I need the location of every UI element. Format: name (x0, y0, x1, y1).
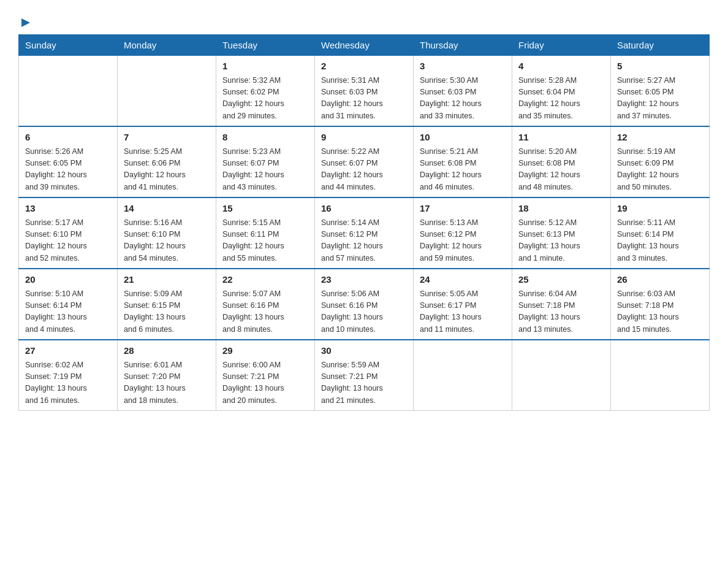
calendar-cell: 13Sunrise: 5:17 AM Sunset: 6:10 PM Dayli… (19, 197, 118, 269)
calendar-cell: 4Sunrise: 5:28 AM Sunset: 6:04 PM Daylig… (512, 56, 611, 127)
calendar-cell: 22Sunrise: 5:07 AM Sunset: 6:16 PM Dayli… (216, 269, 315, 340)
day-number: 29 (222, 344, 308, 358)
calendar-cell: 2Sunrise: 5:31 AM Sunset: 6:03 PM Daylig… (315, 56, 414, 127)
day-number: 13 (25, 202, 111, 216)
day-number: 5 (617, 59, 703, 74)
day-number: 11 (518, 131, 604, 145)
day-info: Sunrise: 5:27 AM Sunset: 6:05 PM Dayligh… (617, 75, 703, 123)
weekday-header-thursday: Thursday (414, 35, 512, 56)
day-info: Sunrise: 5:23 AM Sunset: 6:07 PM Dayligh… (222, 146, 308, 194)
calendar-cell: 14Sunrise: 5:16 AM Sunset: 6:10 PM Dayli… (118, 197, 216, 269)
calendar-cell: 27Sunrise: 6:02 AM Sunset: 7:19 PM Dayli… (19, 340, 118, 411)
day-info: Sunrise: 5:14 AM Sunset: 6:12 PM Dayligh… (321, 217, 407, 265)
day-number: 14 (124, 202, 210, 216)
calendar-cell: 24Sunrise: 5:05 AM Sunset: 6:17 PM Dayli… (414, 269, 512, 340)
calendar-week-row: 13Sunrise: 5:17 AM Sunset: 6:10 PM Dayli… (19, 197, 710, 269)
day-number: 18 (518, 202, 604, 216)
day-number: 15 (222, 202, 308, 216)
calendar-cell: 10Sunrise: 5:21 AM Sunset: 6:08 PM Dayli… (414, 126, 512, 197)
calendar-cell: 5Sunrise: 5:27 AM Sunset: 6:05 PM Daylig… (611, 56, 710, 127)
day-number: 3 (420, 59, 506, 74)
day-info: Sunrise: 5:16 AM Sunset: 6:10 PM Dayligh… (124, 217, 210, 265)
weekday-header-friday: Friday (512, 35, 611, 56)
calendar-week-row: 27Sunrise: 6:02 AM Sunset: 7:19 PM Dayli… (19, 340, 710, 411)
weekday-header-row: SundayMondayTuesdayWednesdayThursdayFrid… (19, 35, 710, 56)
day-info: Sunrise: 5:10 AM Sunset: 6:14 PM Dayligh… (25, 288, 111, 336)
day-info: Sunrise: 6:03 AM Sunset: 7:18 PM Dayligh… (617, 288, 703, 336)
day-info: Sunrise: 5:20 AM Sunset: 6:08 PM Dayligh… (518, 146, 604, 194)
calendar-week-row: 1Sunrise: 5:32 AM Sunset: 6:02 PM Daylig… (19, 56, 710, 127)
calendar-cell: 16Sunrise: 5:14 AM Sunset: 6:12 PM Dayli… (315, 197, 414, 269)
calendar-cell: 18Sunrise: 5:12 AM Sunset: 6:13 PM Dayli… (512, 197, 611, 269)
day-number: 25 (518, 273, 604, 287)
day-number: 20 (25, 273, 111, 287)
calendar-cell: 23Sunrise: 5:06 AM Sunset: 6:16 PM Dayli… (315, 269, 414, 340)
day-info: Sunrise: 5:06 AM Sunset: 6:16 PM Dayligh… (321, 288, 407, 336)
day-number: 4 (518, 59, 604, 74)
calendar-cell: 15Sunrise: 5:15 AM Sunset: 6:11 PM Dayli… (216, 197, 315, 269)
calendar-cell: 20Sunrise: 5:10 AM Sunset: 6:14 PM Dayli… (19, 269, 118, 340)
day-number: 9 (321, 131, 407, 145)
calendar-week-row: 6Sunrise: 5:26 AM Sunset: 6:05 PM Daylig… (19, 126, 710, 197)
calendar-cell: 19Sunrise: 5:11 AM Sunset: 6:14 PM Dayli… (611, 197, 710, 269)
calendar-cell (118, 56, 216, 127)
day-info: Sunrise: 5:17 AM Sunset: 6:10 PM Dayligh… (25, 217, 111, 265)
day-info: Sunrise: 5:26 AM Sunset: 6:05 PM Dayligh… (25, 146, 111, 194)
calendar-cell (611, 340, 710, 411)
calendar-cell: 6Sunrise: 5:26 AM Sunset: 6:05 PM Daylig… (19, 126, 118, 197)
day-info: Sunrise: 5:05 AM Sunset: 6:17 PM Dayligh… (420, 288, 506, 336)
weekday-header-saturday: Saturday (611, 35, 710, 56)
calendar-cell: 11Sunrise: 5:20 AM Sunset: 6:08 PM Dayli… (512, 126, 611, 197)
calendar-cell: 29Sunrise: 6:00 AM Sunset: 7:21 PM Dayli… (216, 340, 315, 411)
day-info: Sunrise: 5:13 AM Sunset: 6:12 PM Dayligh… (420, 217, 506, 265)
day-number: 30 (321, 344, 407, 358)
day-info: Sunrise: 5:28 AM Sunset: 6:04 PM Dayligh… (518, 75, 604, 123)
day-number: 22 (222, 273, 308, 287)
day-info: Sunrise: 5:11 AM Sunset: 6:14 PM Dayligh… (617, 217, 703, 265)
calendar-table: SundayMondayTuesdayWednesdayThursdayFrid… (18, 34, 710, 411)
day-info: Sunrise: 5:25 AM Sunset: 6:06 PM Dayligh… (124, 146, 210, 194)
day-number: 28 (124, 344, 210, 358)
logo-triangle-icon (20, 17, 31, 28)
day-number: 23 (321, 273, 407, 287)
day-info: Sunrise: 5:19 AM Sunset: 6:09 PM Dayligh… (617, 146, 703, 194)
day-info: Sunrise: 6:00 AM Sunset: 7:21 PM Dayligh… (222, 359, 308, 407)
weekday-header-wednesday: Wednesday (315, 35, 414, 56)
calendar-cell: 30Sunrise: 5:59 AM Sunset: 7:21 PM Dayli… (315, 340, 414, 411)
calendar-cell (512, 340, 611, 411)
calendar-cell: 25Sunrise: 6:04 AM Sunset: 7:18 PM Dayli… (512, 269, 611, 340)
day-info: Sunrise: 5:31 AM Sunset: 6:03 PM Dayligh… (321, 75, 407, 123)
day-number: 27 (25, 344, 111, 358)
day-number: 17 (420, 202, 506, 216)
day-number: 1 (222, 59, 308, 74)
calendar-cell: 1Sunrise: 5:32 AM Sunset: 6:02 PM Daylig… (216, 56, 315, 127)
day-number: 26 (617, 273, 703, 287)
calendar-cell (414, 340, 512, 411)
day-number: 16 (321, 202, 407, 216)
calendar-cell: 12Sunrise: 5:19 AM Sunset: 6:09 PM Dayli… (611, 126, 710, 197)
calendar-cell: 9Sunrise: 5:22 AM Sunset: 6:07 PM Daylig… (315, 126, 414, 197)
day-info: Sunrise: 6:02 AM Sunset: 7:19 PM Dayligh… (25, 359, 111, 407)
svg-marker-0 (21, 18, 30, 27)
day-info: Sunrise: 5:21 AM Sunset: 6:08 PM Dayligh… (420, 146, 506, 194)
calendar-week-row: 20Sunrise: 5:10 AM Sunset: 6:14 PM Dayli… (19, 269, 710, 340)
calendar-cell: 7Sunrise: 5:25 AM Sunset: 6:06 PM Daylig… (118, 126, 216, 197)
day-number: 6 (25, 131, 111, 145)
day-info: Sunrise: 5:07 AM Sunset: 6:16 PM Dayligh… (222, 288, 308, 336)
day-number: 7 (124, 131, 210, 145)
day-number: 12 (617, 131, 703, 145)
day-number: 8 (222, 131, 308, 145)
page-header (18, 12, 710, 28)
day-number: 19 (617, 202, 703, 216)
calendar-cell: 8Sunrise: 5:23 AM Sunset: 6:07 PM Daylig… (216, 126, 315, 197)
day-number: 21 (124, 273, 210, 287)
day-number: 2 (321, 59, 407, 74)
weekday-header-sunday: Sunday (19, 35, 118, 56)
day-info: Sunrise: 5:15 AM Sunset: 6:11 PM Dayligh… (222, 217, 308, 265)
day-info: Sunrise: 6:01 AM Sunset: 7:20 PM Dayligh… (124, 359, 210, 407)
day-info: Sunrise: 6:04 AM Sunset: 7:18 PM Dayligh… (518, 288, 604, 336)
day-number: 24 (420, 273, 506, 287)
day-info: Sunrise: 5:30 AM Sunset: 6:03 PM Dayligh… (420, 75, 506, 123)
weekday-header-monday: Monday (118, 35, 216, 56)
calendar-cell: 28Sunrise: 6:01 AM Sunset: 7:20 PM Dayli… (118, 340, 216, 411)
